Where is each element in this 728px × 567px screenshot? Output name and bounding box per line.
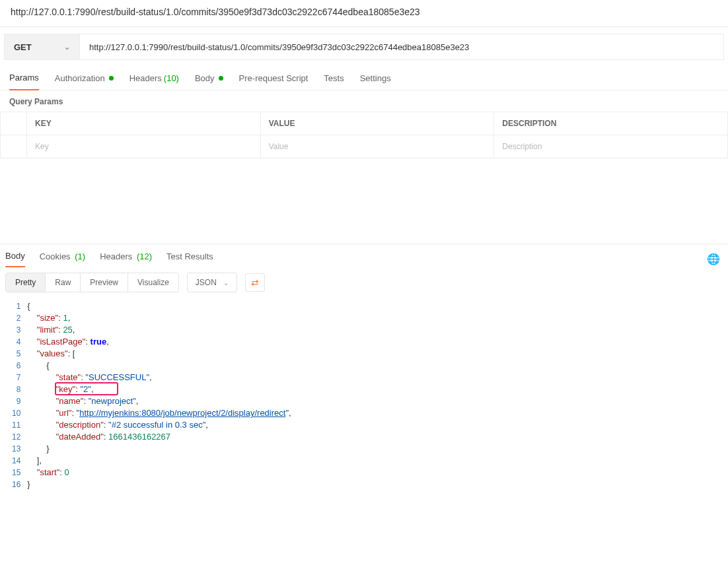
ln: 8 bbox=[12, 384, 20, 395]
resp-headers-label: Headers bbox=[100, 251, 132, 261]
table-row bbox=[1, 135, 728, 158]
resp-tab-body[interactable]: Body bbox=[5, 251, 25, 267]
format-select[interactable]: JSON ⌄ bbox=[187, 273, 237, 292]
view-mode-group: Pretty Raw Preview Visualize bbox=[5, 273, 179, 292]
tab-authorization[interactable]: Authorization bbox=[55, 67, 114, 90]
wrap-lines-button[interactable]: ⇄ bbox=[245, 273, 265, 292]
tab-headers-count: (10) bbox=[164, 73, 179, 83]
ln: 5 bbox=[12, 348, 20, 360]
key-input[interactable] bbox=[35, 142, 252, 151]
code-viewer: 1 2 3 4 5 6 7 8 9 10 11 12 13 14 15 16 {… bbox=[0, 298, 728, 517]
tab-headers[interactable]: Headers (10) bbox=[129, 67, 179, 90]
pretty-button[interactable]: Pretty bbox=[6, 273, 46, 292]
status-dot-icon bbox=[109, 76, 114, 81]
tab-headers-label: Headers bbox=[129, 73, 162, 83]
resp-tab-headers[interactable]: Headers (12) bbox=[100, 251, 152, 267]
value-input[interactable] bbox=[269, 142, 486, 151]
desc-header: DESCRIPTION bbox=[494, 112, 728, 135]
raw-button[interactable]: Raw bbox=[46, 273, 81, 292]
request-tabs: Params Authorization Headers (10) Body P… bbox=[0, 67, 728, 90]
tab-params[interactable]: Params bbox=[9, 67, 39, 90]
ln: 10 bbox=[12, 407, 20, 419]
checkbox-cell[interactable] bbox=[1, 135, 27, 158]
method-label: GET bbox=[14, 42, 32, 52]
params-table: KEY VALUE DESCRIPTION bbox=[0, 112, 728, 158]
chevron-down-icon: ⌄ bbox=[64, 43, 70, 51]
query-params-title: Query Params bbox=[0, 90, 728, 112]
status-dot-icon bbox=[219, 76, 223, 81]
visualize-button[interactable]: Visualize bbox=[128, 273, 178, 292]
globe-icon[interactable]: 🌐 bbox=[707, 253, 723, 265]
chevron-down-icon: ⌄ bbox=[223, 279, 229, 286]
ln: 9 bbox=[12, 395, 20, 407]
url-input[interactable]: http://127.0.0.1:7990/rest/build-status/… bbox=[80, 34, 724, 60]
value-header: VALUE bbox=[260, 112, 494, 135]
desc-input[interactable] bbox=[502, 142, 719, 151]
ln: 2 bbox=[12, 312, 20, 324]
tab-tests[interactable]: Tests bbox=[324, 67, 344, 90]
ln: 4 bbox=[12, 336, 20, 348]
resp-tab-cookies[interactable]: Cookies (1) bbox=[40, 251, 85, 267]
ln: 11 bbox=[12, 419, 20, 431]
tab-settings[interactable]: Settings bbox=[360, 67, 391, 90]
ln: 7 bbox=[12, 372, 20, 384]
code-lines[interactable]: { "size": 1, "limit": 25, "isLastPage": … bbox=[27, 300, 728, 490]
ln: 13 bbox=[12, 443, 20, 455]
tab-prerequest[interactable]: Pre-request Script bbox=[239, 67, 309, 90]
line-numbers: 1 2 3 4 5 6 7 8 9 10 11 12 13 14 15 16 bbox=[0, 300, 27, 490]
request-row: GET ⌄ http://127.0.0.1:7990/rest/build-s… bbox=[0, 27, 728, 67]
key-header: KEY bbox=[27, 112, 261, 135]
table-header-row: KEY VALUE DESCRIPTION bbox=[1, 112, 728, 135]
tab-auth-label: Authorization bbox=[55, 73, 105, 83]
resp-tab-testresults[interactable]: Test Results bbox=[166, 251, 213, 267]
resp-cookies-count: (1) bbox=[75, 251, 85, 261]
ln: 14 bbox=[12, 455, 20, 467]
format-label: JSON bbox=[196, 278, 217, 287]
resp-headers-count: (12) bbox=[137, 251, 152, 261]
preview-button[interactable]: Preview bbox=[81, 273, 128, 292]
response-tabs: Body Cookies (1) Headers (12) Test Resul… bbox=[0, 244, 728, 267]
tab-body[interactable]: Body bbox=[195, 67, 223, 90]
tab-body-label: Body bbox=[195, 73, 215, 83]
checkbox-col-header bbox=[1, 112, 27, 135]
ln: 16 bbox=[12, 479, 20, 490]
ln: 12 bbox=[12, 431, 20, 443]
resp-cookies-label: Cookies bbox=[40, 251, 71, 261]
method-select[interactable]: GET ⌄ bbox=[4, 34, 80, 60]
ln: 3 bbox=[12, 324, 20, 336]
address-bar: http://127.0.0.1:7990/rest/build-status/… bbox=[0, 0, 728, 27]
ln: 6 bbox=[12, 360, 20, 372]
ln: 1 bbox=[12, 300, 20, 312]
response-toolbar: Pretty Raw Preview Visualize JSON ⌄ ⇄ bbox=[0, 267, 728, 298]
ln: 15 bbox=[12, 467, 20, 479]
